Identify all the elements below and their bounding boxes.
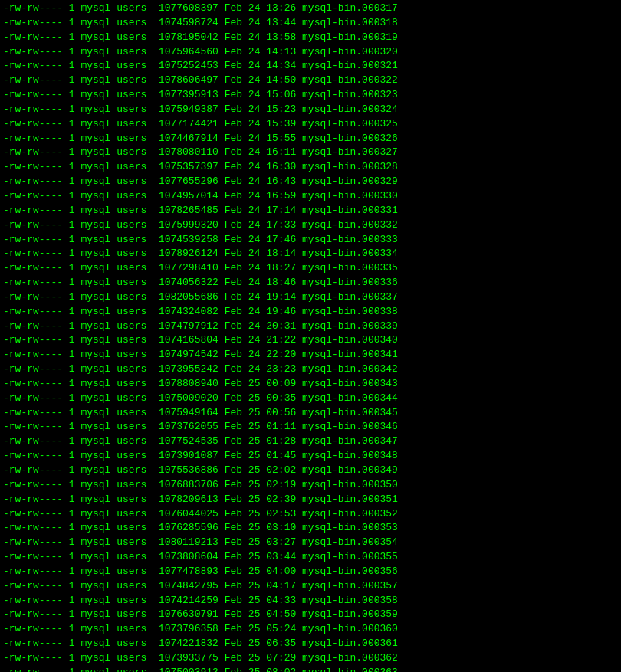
list-item: -rw-rw---- 1 mysql users 1075949387 Feb … [3,103,618,117]
list-item: -rw-rw---- 1 mysql users 1078209613 Feb … [3,493,618,507]
list-item: -rw-rw---- 1 mysql users 1078808940 Feb … [3,377,618,392]
list-item: -rw-rw---- 1 mysql users 1078606497 Feb … [3,74,618,88]
list-item: -rw-rw---- 1 mysql users 1074539258 Feb … [3,233,618,247]
list-item: -rw-rw---- 1 mysql users 1082055686 Feb … [3,290,618,305]
list-item: -rw-rw---- 1 mysql users 1073796358 Feb … [3,622,618,637]
list-item: -rw-rw---- 1 mysql users 1073933775 Feb … [3,651,618,666]
list-item: -rw-rw---- 1 mysql users 1074467914 Feb … [3,132,618,146]
list-item: -rw-rw---- 1 mysql users 1076044025 Feb … [3,507,618,522]
list-item: -rw-rw---- 1 mysql users 1074324082 Feb … [3,305,618,320]
list-item: -rw-rw---- 1 mysql users 1077174421 Feb … [3,117,618,132]
list-item: -rw-rw---- 1 mysql users 1075949164 Feb … [3,406,618,421]
list-item: -rw-rw---- 1 mysql users 1075252453 Feb … [3,59,618,74]
list-item: -rw-rw---- 1 mysql users 1077478893 Feb … [3,565,618,579]
list-item: -rw-rw---- 1 mysql users 1078265485 Feb … [3,204,618,218]
list-item: -rw-rw---- 1 mysql users 1074165804 Feb … [3,333,618,348]
list-item: -rw-rw---- 1 mysql users 1077655296 Feb … [3,175,618,189]
list-item: -rw-rw---- 1 mysql users 1074974542 Feb … [3,348,618,362]
list-item: -rw-rw---- 1 mysql users 1078926124 Feb … [3,247,618,261]
list-item: -rw-rw---- 1 mysql users 1073808604 Feb … [3,550,618,565]
list-item: -rw-rw---- 1 mysql users 1075003913 Feb … [3,666,618,672]
list-item: -rw-rw---- 1 mysql users 1077608397 Feb … [3,2,618,16]
list-item: -rw-rw---- 1 mysql users 1076285596 Feb … [3,521,618,536]
list-item: -rw-rw---- 1 mysql users 1074214259 Feb … [3,594,618,608]
list-item: -rw-rw---- 1 mysql users 1074797912 Feb … [3,320,618,334]
list-item: -rw-rw---- 1 mysql users 1073901087 Feb … [3,449,618,464]
list-item: -rw-rw---- 1 mysql users 1080119213 Feb … [3,536,618,550]
list-item: -rw-rw---- 1 mysql users 1074056322 Feb … [3,276,618,290]
list-item: -rw-rw---- 1 mysql users 1073955242 Feb … [3,362,618,377]
list-item: -rw-rw---- 1 mysql users 1074842795 Feb … [3,579,618,594]
list-item: -rw-rw---- 1 mysql users 1076630791 Feb … [3,608,618,622]
terminal-window: -rw-rw---- 1 mysql users 1077608397 Feb … [0,0,621,672]
list-item: -rw-rw---- 1 mysql users 1078195042 Feb … [3,31,618,45]
list-item: -rw-rw---- 1 mysql users 1077524535 Feb … [3,434,618,449]
list-item: -rw-rw---- 1 mysql users 1077298410 Feb … [3,261,618,276]
list-item: -rw-rw---- 1 mysql users 1074957014 Feb … [3,189,618,204]
list-item: -rw-rw---- 1 mysql users 1075536886 Feb … [3,464,618,478]
list-item: -rw-rw---- 1 mysql users 1078080110 Feb … [3,146,618,160]
list-item: -rw-rw---- 1 mysql users 1074598724 Feb … [3,16,618,31]
list-item: -rw-rw---- 1 mysql users 1075357397 Feb … [3,160,618,175]
list-item: -rw-rw---- 1 mysql users 1076883706 Feb … [3,478,618,493]
list-item: -rw-rw---- 1 mysql users 1074221832 Feb … [3,637,618,651]
list-item: -rw-rw---- 1 mysql users 1077395913 Feb … [3,88,618,103]
list-item: -rw-rw---- 1 mysql users 1075999320 Feb … [3,218,618,233]
list-item: -rw-rw---- 1 mysql users 1075964560 Feb … [3,45,618,60]
list-item: -rw-rw---- 1 mysql users 1075009020 Feb … [3,392,618,406]
list-item: -rw-rw---- 1 mysql users 1073762055 Feb … [3,420,618,434]
